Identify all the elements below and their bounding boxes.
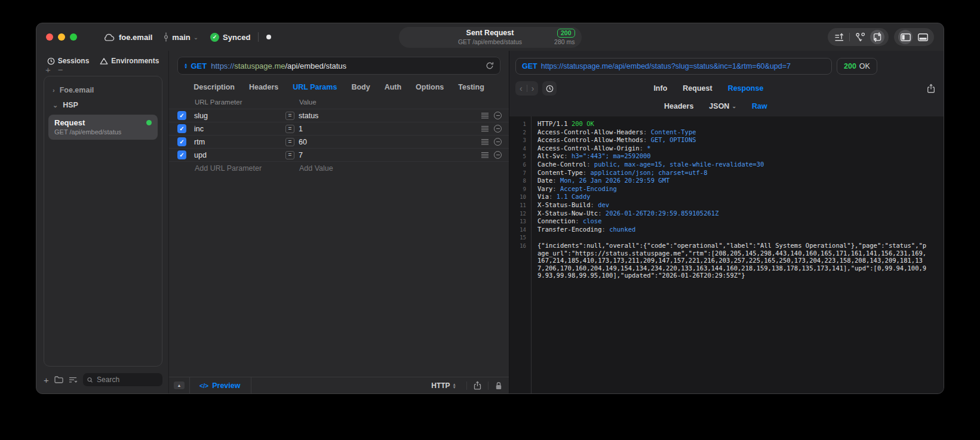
reorder-icon[interactable] bbox=[481, 139, 489, 145]
lock-button[interactable] bbox=[489, 381, 509, 390]
response-body-viewer[interactable]: 1HTTP/1.1 200 OK2Access-Control-Allow-He… bbox=[509, 116, 944, 393]
request-summary-pill[interactable]: Sent Request GET /api/embed/status 200 2… bbox=[399, 27, 582, 48]
reorder-icon[interactable] bbox=[481, 126, 489, 132]
tree-group-foe-email[interactable]: › Foe.email bbox=[48, 84, 158, 97]
remove-row-icon[interactable] bbox=[494, 151, 502, 159]
toggle-sidebar-button[interactable] bbox=[898, 30, 913, 44]
request-tab-description[interactable]: Description bbox=[193, 83, 235, 91]
response-subtab-raw[interactable]: Raw bbox=[752, 102, 767, 110]
project-menu[interactable]: foe.email bbox=[103, 33, 152, 42]
sidebar-search[interactable] bbox=[83, 373, 162, 386]
sort-options-button[interactable] bbox=[69, 377, 78, 383]
branch-selector[interactable]: main ⌄ bbox=[163, 32, 198, 42]
response-subtabs: HeadersJSON⌄Raw bbox=[499, 100, 933, 113]
tree-group-hsp[interactable]: ⌄ HSP bbox=[48, 99, 158, 112]
operator-equals-icon: = bbox=[285, 151, 294, 159]
code-line: 6Cache-Control: public, max-age=15, stal… bbox=[509, 161, 944, 169]
share-icon bbox=[474, 381, 481, 390]
expand-editor-button[interactable]: ▲ bbox=[169, 377, 190, 393]
request-tab-testing[interactable]: Testing bbox=[458, 83, 484, 91]
request-url-bar[interactable]: ▲▼ GET https://statuspage.me/api/embed/s… bbox=[177, 57, 500, 75]
panel-left-icon bbox=[901, 33, 911, 41]
forward-button[interactable]: › bbox=[532, 84, 534, 93]
remove-session-button[interactable]: − bbox=[58, 66, 63, 74]
duration-label: 280 ms bbox=[554, 38, 575, 45]
protocol-selector[interactable]: HTTP ▲▼ bbox=[424, 381, 466, 390]
request-tab-headers[interactable]: Headers bbox=[249, 83, 278, 91]
sidebar-add-remove: + − bbox=[44, 66, 162, 74]
sidebar-tab-sessions[interactable]: Sessions bbox=[47, 57, 90, 65]
new-folder-button[interactable] bbox=[54, 376, 63, 383]
line-number: 10 bbox=[509, 193, 533, 201]
history-icon bbox=[47, 57, 55, 65]
share-request-button[interactable] bbox=[467, 381, 488, 390]
add-session-button[interactable]: + bbox=[45, 66, 51, 74]
param-checkbox[interactable]: ✓ bbox=[177, 124, 186, 133]
response-tab-request[interactable]: Request bbox=[683, 84, 712, 93]
disclosure-collapsed-icon[interactable]: › bbox=[53, 87, 55, 94]
zoom-window-button[interactable] bbox=[70, 33, 77, 41]
toolbar-group-panels bbox=[894, 28, 934, 46]
code-line-content: Transfer-Encoding: chunked bbox=[533, 226, 944, 234]
remove-row-icon[interactable] bbox=[494, 138, 502, 146]
param-checkbox[interactable]: ✓ bbox=[177, 150, 186, 159]
sidebar-tab-environments[interactable]: Environments bbox=[100, 57, 159, 65]
add-value-button[interactable]: Add Value bbox=[299, 164, 333, 173]
request-list-item-selected[interactable]: Request GET /api/embed/status bbox=[48, 115, 158, 140]
history-button[interactable] bbox=[542, 81, 557, 96]
export-response-button[interactable] bbox=[927, 84, 935, 93]
remove-row-icon[interactable] bbox=[494, 125, 502, 133]
app-window: foe.email main ⌄ ✓ Synced Sent Request G… bbox=[36, 23, 944, 394]
titlebar[interactable]: foe.email main ⌄ ✓ Synced Sent Request G… bbox=[36, 23, 944, 51]
reorder-icon[interactable] bbox=[481, 113, 489, 119]
param-row-actions bbox=[481, 125, 502, 133]
code-line: 3Access-Control-Allow-Methods: GET, OPTI… bbox=[509, 136, 944, 144]
response-subtab-json[interactable]: JSON⌄ bbox=[709, 102, 736, 110]
close-window-button[interactable] bbox=[46, 33, 53, 41]
minimize-window-button[interactable] bbox=[58, 33, 65, 41]
sync-window-button[interactable] bbox=[870, 30, 884, 44]
response-status-code: 200 bbox=[844, 62, 856, 70]
method-stepper-icon[interactable]: ▲▼ bbox=[184, 63, 188, 69]
line-number: 6 bbox=[509, 161, 533, 169]
add-request-button[interactable]: + bbox=[44, 376, 49, 384]
response-subtab-headers[interactable]: Headers bbox=[664, 102, 693, 110]
param-row: ✓inc=1 bbox=[169, 122, 509, 135]
response-tab-response[interactable]: Response bbox=[728, 84, 764, 93]
sync-status[interactable]: ✓ Synced bbox=[210, 33, 250, 42]
response-panel: GET https://statuspage.me/api/embed/stat… bbox=[509, 51, 944, 393]
add-url-parameter-button[interactable]: Add URL Parameter bbox=[195, 164, 299, 173]
import-export-button[interactable] bbox=[832, 30, 846, 44]
response-tab-info[interactable]: Info bbox=[653, 84, 667, 93]
add-param-row[interactable]: Add URL Parameter Add Value bbox=[169, 161, 509, 174]
request-tab-auth[interactable]: Auth bbox=[385, 83, 401, 91]
toggle-bottom-panel-button[interactable] bbox=[916, 30, 930, 44]
param-checkbox[interactable]: ✓ bbox=[177, 111, 186, 120]
code-line: 16{"incidents":null,"overall":{"code":"o… bbox=[509, 242, 944, 279]
url-scheme: https:// bbox=[211, 61, 234, 70]
code-icon: </> bbox=[199, 382, 208, 389]
request-tab-options[interactable]: Options bbox=[416, 83, 444, 91]
toolbar-group-layout bbox=[828, 28, 889, 46]
request-method[interactable]: GET bbox=[191, 61, 207, 70]
search-input[interactable] bbox=[96, 375, 158, 384]
response-status-box: 200 OK bbox=[837, 58, 877, 75]
line-number: 8 bbox=[509, 177, 533, 185]
sent-request-url-box[interactable]: GET https://statuspage.me/api/embed/stat… bbox=[515, 58, 832, 75]
sync-label: Synced bbox=[223, 33, 250, 42]
merge-button[interactable] bbox=[853, 30, 867, 44]
param-row: ✓upd=7 bbox=[169, 148, 509, 161]
param-checkbox[interactable]: ✓ bbox=[177, 137, 186, 146]
request-tab-url-params[interactable]: URL Params bbox=[293, 83, 337, 91]
code-line: 13Connection: close bbox=[509, 217, 944, 226]
disclosure-expanded-icon[interactable]: ⌄ bbox=[53, 101, 58, 109]
resend-button[interactable] bbox=[486, 61, 494, 70]
request-tab-body[interactable]: Body bbox=[351, 83, 370, 91]
code-line-content: HTTP/1.1 200 OK bbox=[533, 120, 944, 128]
preview-button[interactable]: </> Preview bbox=[190, 377, 251, 393]
param-row-actions bbox=[481, 151, 502, 159]
reorder-icon[interactable] bbox=[481, 152, 489, 158]
line-number: 5 bbox=[509, 152, 533, 161]
back-button[interactable]: ‹ bbox=[520, 84, 523, 93]
sort-options-icon bbox=[69, 377, 78, 383]
